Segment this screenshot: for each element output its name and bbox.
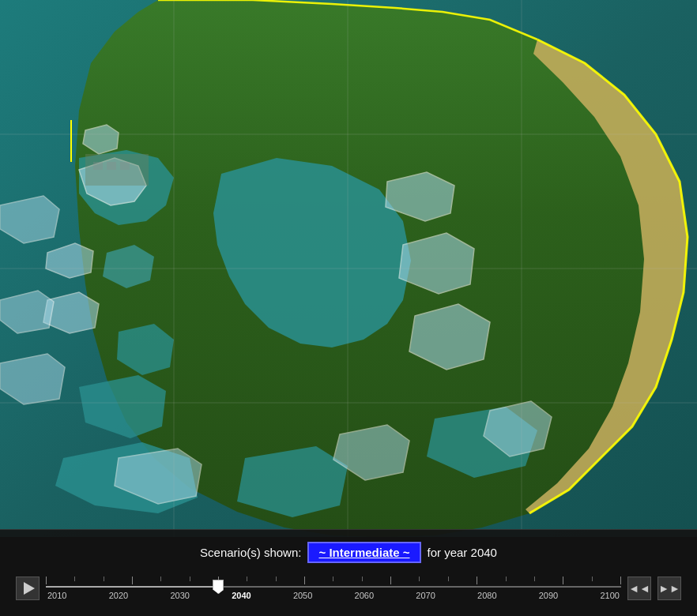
tick	[534, 577, 535, 581]
scenario-label: Scenario(s) shown:	[200, 546, 301, 559]
tick	[448, 577, 449, 581]
tick	[160, 577, 161, 581]
year-tick-2060: 2060	[355, 591, 374, 600]
svg-rect-5	[120, 162, 130, 170]
timeline-track[interactable]: 2010 2020 2030 2040 2050 2060 2070 2080 …	[46, 573, 621, 604]
tick	[74, 577, 75, 581]
tick	[477, 577, 477, 584]
tick	[419, 577, 420, 581]
year-tick-2050: 2050	[293, 591, 312, 600]
tick	[304, 577, 305, 584]
tick-labels: 2010 2020 2030 2040 2050 2060 2070 2080 …	[46, 591, 621, 600]
tick	[563, 577, 563, 584]
year-tick-2100: 2100	[600, 591, 619, 600]
scenario-badge[interactable]: ~ Intermediate ~	[307, 542, 420, 563]
play-button[interactable]	[16, 577, 40, 600]
tick	[592, 577, 593, 581]
timeline-row: 2010 2020 2030 2040 2050 2060 2070 2080 …	[16, 573, 681, 604]
next-button[interactable]: ►►	[657, 577, 681, 600]
year-tick-2040: 2040	[232, 591, 251, 600]
tick	[390, 577, 391, 584]
year-tick-2010: 2010	[47, 591, 66, 600]
svg-rect-4	[107, 162, 116, 170]
year-tick-2090: 2090	[539, 591, 558, 600]
year-tick-2080: 2080	[477, 591, 496, 600]
svg-rect-3	[93, 162, 103, 170]
year-label: for year 2040	[428, 546, 497, 559]
tick	[276, 577, 277, 581]
tick	[46, 577, 47, 584]
map-background	[0, 0, 697, 616]
prev-button[interactable]: ◄◄	[627, 577, 651, 600]
map-container: Scenario(s) shown: ~ Intermediate ~ for …	[0, 0, 697, 616]
tick-marks	[46, 577, 621, 584]
year-tick-2020: 2020	[109, 591, 128, 600]
tick	[132, 577, 133, 584]
tick	[362, 577, 363, 581]
tick	[247, 577, 247, 581]
scenario-row: Scenario(s) shown: ~ Intermediate ~ for …	[200, 542, 497, 563]
tick	[104, 577, 104, 581]
tick	[620, 577, 621, 584]
track-filled	[46, 586, 218, 588]
year-tick-2070: 2070	[416, 591, 435, 600]
control-panel: Scenario(s) shown: ~ Intermediate ~ for …	[0, 529, 697, 616]
slider-track[interactable]	[46, 586, 621, 588]
tick	[190, 577, 190, 581]
play-icon	[24, 582, 35, 595]
tick	[333, 577, 333, 581]
year-tick-2030: 2030	[170, 591, 189, 600]
tick	[506, 577, 507, 581]
